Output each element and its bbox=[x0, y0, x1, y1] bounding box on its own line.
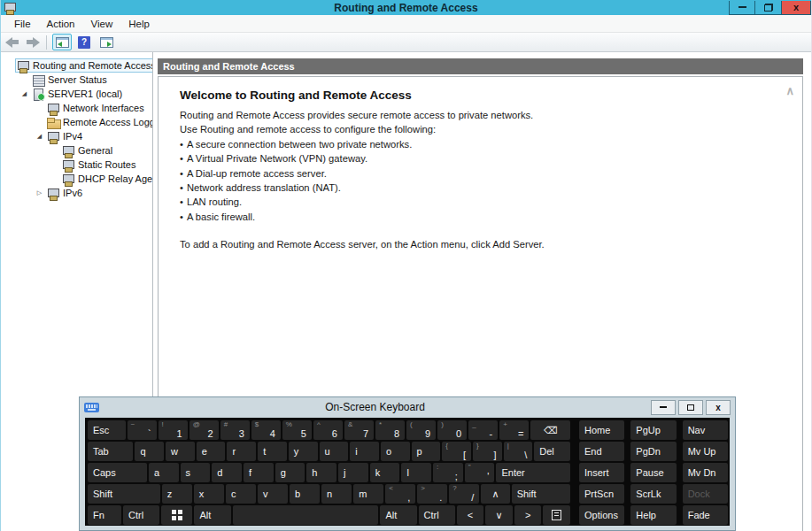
tree-item[interactable]: DHCP Relay Agent bbox=[1, 172, 152, 186]
restore-button[interactable] bbox=[755, 1, 782, 15]
key-=[interactable]: += bbox=[499, 420, 529, 440]
key-4[interactable]: $4 bbox=[251, 420, 281, 440]
key-i[interactable]: i bbox=[350, 442, 379, 461]
key-8[interactable]: *8 bbox=[375, 420, 405, 440]
tree-item-body[interactable]: Network Interfaces bbox=[45, 101, 148, 115]
key-Alt[interactable]: Alt bbox=[380, 505, 416, 525]
key-Help[interactable]: Help bbox=[630, 505, 676, 525]
back-button[interactable] bbox=[5, 37, 20, 48]
left-shift-key[interactable]: Shift bbox=[88, 484, 160, 504]
key-[[interactable]: {[ bbox=[442, 442, 471, 461]
key-y[interactable]: y bbox=[289, 442, 318, 461]
enter-key[interactable]: Enter bbox=[496, 463, 570, 482]
key-End[interactable]: End bbox=[579, 442, 624, 461]
right-arrow-key[interactable]: > bbox=[514, 505, 542, 525]
key-Fade[interactable]: Fade bbox=[683, 505, 728, 525]
key-t[interactable]: t bbox=[258, 442, 287, 461]
del-key[interactable]: Del bbox=[534, 442, 570, 461]
key-Mv Up[interactable]: Mv Up bbox=[683, 442, 728, 461]
key-d[interactable]: d bbox=[212, 463, 242, 482]
tree-item-body[interactable]: SERVER1 (local) bbox=[30, 87, 126, 101]
key-/[interactable]: ?/ bbox=[449, 484, 479, 504]
menu-file[interactable]: File bbox=[6, 17, 39, 31]
tree-item-body[interactable]: General bbox=[60, 143, 116, 158]
key-5[interactable]: %5 bbox=[282, 420, 312, 440]
key-Alt[interactable]: Alt bbox=[194, 505, 230, 525]
backspace-key[interactable]: ⌫ bbox=[530, 420, 570, 440]
key-k[interactable]: k bbox=[370, 463, 400, 482]
key-f[interactable]: f bbox=[244, 463, 274, 482]
key-Mv Dn[interactable]: Mv Dn bbox=[683, 463, 728, 482]
tree-item[interactable]: Remote Access Logging bbox=[1, 115, 152, 129]
key-ScrLk[interactable]: ScrLk bbox=[630, 484, 676, 504]
key-Nav[interactable]: Nav bbox=[683, 420, 728, 440]
key-Home[interactable]: Home bbox=[579, 420, 624, 440]
key-p[interactable]: p bbox=[412, 442, 441, 461]
minimize-button[interactable] bbox=[729, 1, 755, 15]
tree-item-body[interactable]: IPv6 bbox=[45, 186, 86, 200]
key-l[interactable]: l bbox=[401, 463, 431, 482]
expander-icon[interactable]: ◢ bbox=[34, 133, 45, 140]
key-PrtScn[interactable]: PrtScn bbox=[579, 484, 624, 504]
windows-key[interactable] bbox=[161, 505, 192, 525]
key-j[interactable]: j bbox=[338, 463, 368, 482]
show-console-tree-button[interactable] bbox=[52, 34, 72, 50]
tree-item-body[interactable]: IPv4 bbox=[45, 129, 86, 143]
tree-item-body[interactable]: Server Status bbox=[30, 73, 111, 87]
tree-item[interactable]: General bbox=[1, 143, 152, 158]
tree-item[interactable]: ▷IPv6 bbox=[1, 186, 152, 200]
tree-item[interactable]: Static Routes bbox=[1, 158, 152, 172]
key-][interactable]: }] bbox=[473, 442, 502, 461]
tree-item-body[interactable]: Static Routes bbox=[60, 158, 139, 172]
key-q[interactable]: q bbox=[135, 442, 164, 461]
key-e[interactable]: e bbox=[197, 442, 226, 461]
key-b[interactable]: b bbox=[290, 484, 320, 504]
key-m[interactable]: m bbox=[353, 484, 383, 504]
key-v[interactable]: v bbox=[258, 484, 288, 504]
context-menu-key[interactable] bbox=[543, 505, 570, 525]
close-button[interactable]: x bbox=[782, 1, 811, 15]
key-PgUp[interactable]: PgUp bbox=[630, 420, 676, 440]
expander-icon[interactable]: ▷ bbox=[34, 189, 45, 196]
key-w[interactable]: w bbox=[166, 442, 195, 461]
key-9[interactable]: (9 bbox=[406, 420, 436, 440]
osk-close-button[interactable]: x bbox=[706, 400, 731, 415]
tab-key[interactable]: Tab bbox=[88, 442, 133, 461]
key-3[interactable]: #3 bbox=[220, 420, 250, 440]
menu-help[interactable]: Help bbox=[120, 17, 158, 31]
key-o[interactable]: o bbox=[381, 442, 410, 461]
show-action-pane-button[interactable] bbox=[97, 34, 116, 50]
key-7[interactable]: &7 bbox=[344, 420, 374, 440]
space-key[interactable] bbox=[233, 505, 379, 525]
menu-view[interactable]: View bbox=[83, 17, 121, 31]
key-Ctrl[interactable]: Ctrl bbox=[123, 505, 159, 525]
key-1[interactable]: !1 bbox=[159, 420, 188, 440]
osk-maximize-button[interactable] bbox=[678, 400, 703, 415]
tree-item[interactable]: ◢IPv4 bbox=[1, 129, 152, 143]
dock-key[interactable]: Dock bbox=[683, 484, 728, 504]
tree-item[interactable]: Network Interfaces bbox=[1, 101, 152, 115]
key-s[interactable]: s bbox=[181, 463, 211, 482]
left-arrow-key[interactable]: < bbox=[457, 505, 484, 525]
key-c[interactable]: c bbox=[226, 484, 256, 504]
up-arrow-key[interactable]: ∧ bbox=[481, 484, 509, 504]
tree-item[interactable]: Server Status bbox=[1, 73, 152, 87]
key-u[interactable]: u bbox=[320, 442, 349, 461]
key-`[interactable]: ~` bbox=[128, 420, 157, 440]
collapse-chevron-icon[interactable]: ∧ bbox=[785, 84, 794, 97]
key-,[interactable]: <, bbox=[385, 484, 415, 504]
key-z[interactable]: z bbox=[162, 484, 192, 504]
tree-item-body[interactable]: DHCP Relay Agent bbox=[60, 172, 153, 186]
menu-action[interactable]: Action bbox=[39, 17, 83, 31]
key-'[interactable]: "' bbox=[465, 463, 495, 482]
key-Ctrl[interactable]: Ctrl bbox=[419, 505, 455, 525]
tree-item-body[interactable]: Routing and Remote Access bbox=[15, 58, 153, 73]
tree-item[interactable]: Routing and Remote Access bbox=[1, 58, 152, 73]
key-Options[interactable]: Options bbox=[579, 505, 624, 525]
expander-icon[interactable]: ◢ bbox=[19, 90, 30, 97]
key-\[interactable]: |\ bbox=[504, 442, 533, 461]
esc-key[interactable]: Esc bbox=[88, 420, 126, 440]
right-shift-key[interactable]: Shift bbox=[512, 484, 570, 504]
caps-key[interactable]: Caps bbox=[88, 463, 147, 482]
key--[interactable]: _- bbox=[468, 420, 498, 440]
